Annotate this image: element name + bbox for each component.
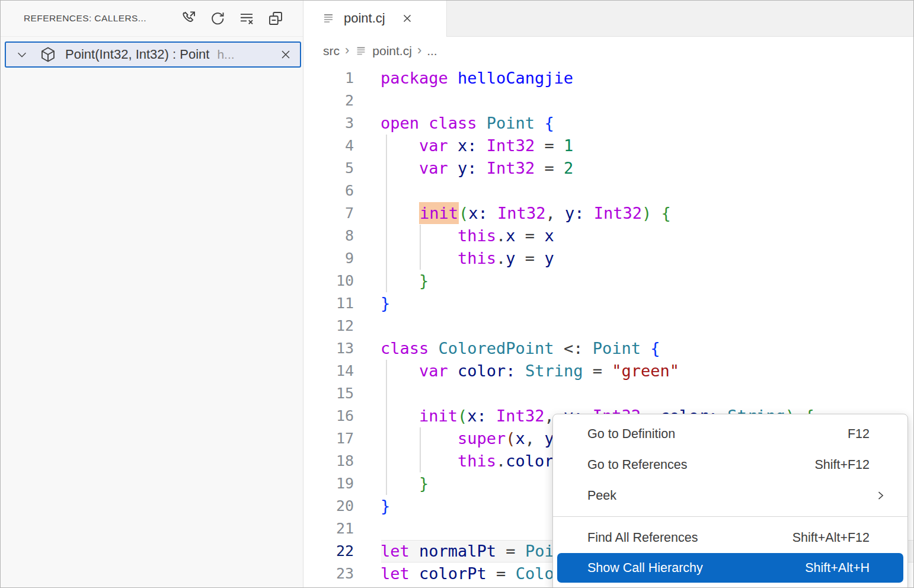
code-line-1[interactable]: 1package helloCangjie xyxy=(303,67,914,90)
line-number: 15 xyxy=(303,382,354,405)
line-number: 19 xyxy=(303,472,354,495)
code-line-13[interactable]: 13class ColoredPoint <: Point { xyxy=(303,337,914,360)
call-hierarchy-root-item[interactable]: Point(Int32, Int32) : Point h... xyxy=(5,41,301,68)
context-menu: Go to DefinitionF12Go to ReferencesShift… xyxy=(552,414,908,588)
file-lines-icon xyxy=(321,11,335,25)
menu-item-find-all-references[interactable]: Find All ReferencesShift+Alt+F12 xyxy=(553,522,907,553)
line-text: package helloCangjie xyxy=(381,67,573,90)
references-panel: REFERENCES: CALLERS... xyxy=(0,0,303,588)
line-number: 4 xyxy=(303,135,354,157)
line-number: 7 xyxy=(303,202,354,225)
refresh-icon[interactable] xyxy=(208,9,227,28)
tab-close-icon[interactable] xyxy=(401,12,414,25)
line-number: 3 xyxy=(303,112,354,135)
tab-bar: point.cj xyxy=(303,0,914,37)
code-line-6[interactable]: 6 xyxy=(303,180,914,202)
line-number: 10 xyxy=(303,270,354,292)
line-text: super(x, y) xyxy=(381,427,564,450)
line-number: 20 xyxy=(303,495,354,517)
menu-separator xyxy=(553,516,907,517)
menu-item-shortcut: F12 xyxy=(848,427,870,442)
line-text: } xyxy=(381,472,429,495)
tree-item-detail: h... xyxy=(217,47,234,62)
line-number: 14 xyxy=(303,360,354,382)
line-number: 9 xyxy=(303,247,354,270)
clear-list-icon[interactable] xyxy=(237,9,256,28)
line-number: 1 xyxy=(303,67,354,90)
line-text: } xyxy=(381,292,390,315)
menu-item-label: Go to References xyxy=(587,458,814,472)
tab-point-cj[interactable]: point.cj xyxy=(303,0,447,37)
call-outgoing-icon[interactable] xyxy=(179,9,198,28)
code-line-11[interactable]: 11} xyxy=(303,292,914,315)
code-line-15[interactable]: 15 xyxy=(303,382,914,405)
code-line-4[interactable]: 4 var x: Int32 = 1 xyxy=(303,135,914,157)
panel-title: REFERENCES: CALLERS... xyxy=(24,13,146,24)
menu-item-shortcut: Shift+Alt+F12 xyxy=(792,531,870,545)
code-line-14[interactable]: 14 var color: String = "green" xyxy=(303,360,914,382)
tab-label: point.cj xyxy=(344,11,385,26)
breadcrumb-symbol[interactable]: ... xyxy=(427,44,437,58)
line-number: 13 xyxy=(303,337,354,360)
menu-item-label: Go to Definition xyxy=(587,427,848,442)
line-number: 21 xyxy=(303,517,354,540)
line-number: 17 xyxy=(303,427,354,450)
code-line-8[interactable]: 8 this.x = x xyxy=(303,225,914,247)
breadcrumb-folder[interactable]: src xyxy=(323,44,340,58)
submenu-chevron-icon xyxy=(874,490,886,501)
code-line-2[interactable]: 2 xyxy=(303,90,914,112)
chevron-down-icon[interactable] xyxy=(15,48,28,61)
panel-header: REFERENCES: CALLERS... xyxy=(0,0,303,37)
file-lines-icon xyxy=(354,44,367,57)
breadcrumb-separator-icon: › xyxy=(417,43,421,58)
line-number: 11 xyxy=(303,292,354,315)
breadcrumb: src › point.cj › ... xyxy=(303,37,914,65)
menu-item-peek[interactable]: Peek xyxy=(553,480,907,511)
line-number: 6 xyxy=(303,180,354,202)
line-text: init(x: Int32, y: Int32) { xyxy=(381,202,671,225)
menu-item-shortcut: Shift+F12 xyxy=(814,458,870,472)
code-line-3[interactable]: 3open class Point { xyxy=(303,112,914,135)
line-number: 8 xyxy=(303,225,354,247)
symbol-class-icon xyxy=(39,46,57,63)
menu-item-go-to-references[interactable]: Go to ReferencesShift+F12 xyxy=(553,449,907,480)
breadcrumb-file[interactable]: point.cj xyxy=(372,44,412,58)
line-text: } xyxy=(381,495,390,517)
close-icon[interactable] xyxy=(279,47,293,62)
menu-item-shortcut: Shift+Alt+H xyxy=(805,561,870,576)
line-number: 22 xyxy=(303,540,354,563)
line-text: open class Point { xyxy=(381,112,554,135)
line-number: 2 xyxy=(303,90,354,112)
line-number: 18 xyxy=(303,450,354,472)
line-text: var color: String = "green" xyxy=(381,360,679,382)
code-line-5[interactable]: 5 var y: Int32 = 2 xyxy=(303,157,914,180)
tab-bar-empty-space xyxy=(447,0,914,36)
code-line-7[interactable]: 7 init(x: Int32, y: Int32) { xyxy=(303,202,914,225)
line-text: } xyxy=(381,270,429,292)
line-text: this.y = y xyxy=(381,247,554,270)
line-number: 5 xyxy=(303,157,354,180)
line-text: this.x = x xyxy=(381,225,554,247)
menu-item-label: Show Call Hierarchy xyxy=(587,561,805,576)
code-line-12[interactable]: 12 xyxy=(303,315,914,337)
line-text: var y: Int32 = 2 xyxy=(381,157,573,180)
menu-item-label: Find All References xyxy=(587,531,792,545)
line-number: 12 xyxy=(303,315,354,337)
menu-item-show-call-hierarchy[interactable]: Show Call HierarchyShift+Alt+H xyxy=(557,553,903,583)
menu-item-go-to-definition[interactable]: Go to DefinitionF12 xyxy=(553,418,907,449)
menu-item-label: Peek xyxy=(587,488,870,503)
line-text: var x: Int32 = 1 xyxy=(381,135,573,157)
code-line-9[interactable]: 9 this.y = y xyxy=(303,247,914,270)
breadcrumb-separator-icon: › xyxy=(345,43,349,58)
collapse-all-icon[interactable] xyxy=(266,9,285,28)
panel-toolbar xyxy=(179,9,285,28)
tree-item-label: Point(Int32, Int32) : Point xyxy=(65,47,209,62)
line-number: 16 xyxy=(303,405,354,427)
line-number: 23 xyxy=(303,563,354,585)
line-text: class ColoredPoint <: Point { xyxy=(381,337,660,360)
code-line-10[interactable]: 10 } xyxy=(303,270,914,292)
